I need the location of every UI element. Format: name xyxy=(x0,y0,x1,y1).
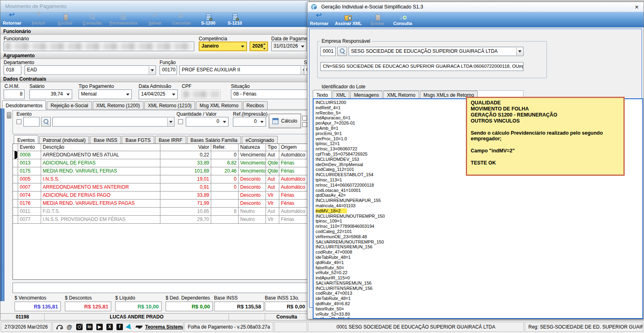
tab-xml-retorno[interactable]: XML Retorno xyxy=(383,91,419,99)
table-row[interactable]: 0176MEDIA REND. VARIAVEL FERIAS PAGAS71,… xyxy=(13,200,308,208)
tab-econsignado[interactable]: eConsignado xyxy=(242,136,278,144)
tab-desdobramentos[interactable]: Desdobramentos xyxy=(2,100,46,110)
competencia-year-spinner[interactable]: 2026 xyxy=(249,42,268,51)
evento-search-button[interactable] xyxy=(41,117,51,127)
toolbar-button-retornar[interactable]: Retornar xyxy=(310,14,328,26)
table-row[interactable]: 0074ADICIONAL DE FERIAS PAGO33,89Descont… xyxy=(13,191,308,200)
quantidade-valor-dropdown[interactable]: 0 xyxy=(186,117,229,127)
tab-base-irrf[interactable]: Base IRRF xyxy=(155,136,186,144)
chevron-down-icon[interactable] xyxy=(65,90,71,98)
chevron-down-icon[interactable] xyxy=(239,43,246,50)
tab-xml[interactable]: XML xyxy=(332,91,350,99)
tab-texto[interactable]: Texto xyxy=(313,90,332,99)
calculo-button-label: Cálculo xyxy=(281,118,297,124)
table-row[interactable]: 0005I.N.S.S.19,010DescontoAutAutomático xyxy=(13,175,308,183)
table-row[interactable]: 0175MEDIA REND. VARIAVEL FERIAS101,6920,… xyxy=(13,167,308,175)
tab-xml-retorno-1200[interactable]: XML Retorno (1200) xyxy=(93,101,143,109)
youtube-icon[interactable]: ▶ xyxy=(96,324,103,330)
table-row[interactable]: 0011F.G.T.S.10,858NeutroAutAutomático xyxy=(13,208,308,216)
chevron-down-icon[interactable] xyxy=(167,118,174,126)
facebook-icon[interactable]: f xyxy=(116,324,123,330)
tab-base-fgts[interactable]: Base FGTS xyxy=(122,136,154,144)
toolbar-button-salvar[interactable]: Salvar xyxy=(145,14,164,26)
cpf-field[interactable] xyxy=(182,89,220,99)
quantidade-checkbox[interactable] xyxy=(178,119,183,124)
tab-bases-sal-rio-fam-lia[interactable]: Bases Salário Família xyxy=(187,136,241,144)
table-row[interactable]: 0077I.N.S.S. PROVISIONADO EM FÉRIAS29,70… xyxy=(13,216,308,224)
evento-checkbox[interactable] xyxy=(17,119,21,124)
tab-patronal-individual[interactable]: Patronal (individual) xyxy=(39,136,89,144)
tab-msg-xml-retorno[interactable]: Msg XML Retorno xyxy=(196,101,242,109)
headset-icon[interactable] xyxy=(56,324,62,330)
situacao-field[interactable]: 08 - Férias xyxy=(231,89,308,99)
departamento-code-field[interactable]: 018 xyxy=(4,65,21,75)
tab-mensagens[interactable]: Mensagens xyxy=(350,91,382,99)
chm-field[interactable]: 8 xyxy=(4,89,25,99)
funcionario-field[interactable] xyxy=(4,42,194,51)
toolbar-button-s-1210[interactable]: S-1210 xyxy=(226,14,244,26)
ref-impressao-dropdown[interactable]: 0 xyxy=(233,117,266,127)
tab-rejei-o-e-social[interactable]: Rejeição e-Social xyxy=(47,101,91,109)
cell-origem: Férias xyxy=(279,167,308,175)
toolbar-button-permanentes[interactable]: Permanentes xyxy=(110,14,137,26)
tab-xml-retorno-1210[interactable]: XML Retorno (1210) xyxy=(144,101,195,109)
table-row[interactable]: 0007ARREDONDAMENTO MES ANTERIOR0,910Desc… xyxy=(13,183,308,191)
toolbar-button-consulta[interactable]: Consulta xyxy=(83,14,102,26)
tab-base-inss[interactable]: Base INSS xyxy=(90,136,121,144)
cell-descricao: I.N.S.S. xyxy=(41,175,160,183)
chevron-down-icon[interactable] xyxy=(125,90,131,98)
tab-eventos[interactable]: Eventos xyxy=(14,135,38,144)
chevron-down-icon[interactable] xyxy=(299,42,306,50)
toolbar-button-excluir[interactable]: Excluir xyxy=(56,14,75,26)
instagram-icon[interactable] xyxy=(76,324,83,330)
toolbar-button-cancelar[interactable]: Cancelar xyxy=(172,14,191,26)
chevron-down-icon[interactable] xyxy=(170,90,177,98)
graduation-cap-icon[interactable] xyxy=(136,324,142,330)
chevron-down-icon[interactable]: ∨ xyxy=(518,64,521,69)
toolbar-button-incluir[interactable]: Incluir xyxy=(29,14,48,26)
tab-recibos[interactable]: Recibos xyxy=(243,101,268,109)
toolbar-button-assinar-xml[interactable]: Assinar XML xyxy=(335,14,362,26)
chevron-down-icon[interactable] xyxy=(149,66,155,74)
chevron-down-icon[interactable] xyxy=(516,48,523,55)
toolbar-button-enviar[interactable]: Enviar xyxy=(368,14,387,26)
empresa-dropdown[interactable]: SESG SOCIEDADE DE EDUCAÇÃO SUPERIOR GUAI… xyxy=(349,47,524,56)
toolbar-button-consulta[interactable]: Consulta xyxy=(393,14,412,26)
close-icon[interactable]: × xyxy=(633,4,640,10)
evento-code-field[interactable] xyxy=(23,117,39,127)
linkedin-icon[interactable]: in xyxy=(86,324,93,330)
blurred-cpf xyxy=(183,91,219,98)
checkbox-t[interactable] xyxy=(302,122,307,127)
data-admissao-dropdown[interactable]: 14/04/2025 xyxy=(139,89,178,99)
eventos-grid[interactable]: EventoDescriçãoValorRefer.NaturezaTipoOr… xyxy=(12,144,309,280)
spinner-arrows-icon[interactable] xyxy=(262,43,266,50)
chevron-down-icon[interactable] xyxy=(259,118,265,126)
certificado-dropdown[interactable]: CN=SESG SOCIEDADE DE EDUCACAO SUPERIOR G… xyxy=(320,62,524,71)
teorema-sistemas-link[interactable]: Teorema Sistemas xyxy=(145,324,183,330)
panel-eraser-icon[interactable] xyxy=(4,112,12,119)
paper-plane-icon[interactable] xyxy=(126,323,133,331)
x-icon[interactable]: X xyxy=(106,324,113,330)
data-pagamento-dropdown[interactable]: 31/01/2026 xyxy=(271,42,307,51)
evento-dropdown[interactable] xyxy=(52,117,175,127)
chevron-down-icon[interactable] xyxy=(221,118,228,126)
table-row[interactable]: 0013ADICIONAL DE FERIAS33,896,82Vencimen… xyxy=(13,159,308,167)
funcao-dropdown[interactable]: PROF ESPEC AUXILIAR II xyxy=(179,65,308,75)
toolbar-button-s-1200[interactable]: S-1200 xyxy=(199,14,218,26)
checkbox-a[interactable] xyxy=(302,116,307,121)
table-row[interactable]: 0008ARREDONDAMENTO MES ATUAL0,220Vencime… xyxy=(13,151,308,159)
cell-origem: Férias xyxy=(279,216,308,224)
toolbar-button-retornar[interactable]: Retornar xyxy=(3,14,21,26)
funcao-code-field[interactable]: 00170 xyxy=(160,65,177,75)
competencia-month-dropdown[interactable]: Janeiro xyxy=(199,42,247,51)
departamento-dropdown[interactable]: EAD xyxy=(25,65,156,75)
empresa-search-button[interactable] xyxy=(337,47,347,56)
right-window-titlebar[interactable]: Geração Individual e-Social Simplificado… xyxy=(307,2,644,12)
salario-dropdown[interactable]: 39,74 xyxy=(29,89,72,99)
tipo-pagamento-dropdown[interactable]: Mensal xyxy=(79,89,132,99)
empresa-code-field[interactable]: 0001 xyxy=(320,47,336,56)
calculo-button[interactable]: Cálculo xyxy=(269,114,301,128)
at-icon[interactable]: @ xyxy=(66,324,73,330)
document-gear-icon xyxy=(232,14,238,21)
left-window-titlebar[interactable]: Movimento de Pagamento xyxy=(0,0,309,12)
